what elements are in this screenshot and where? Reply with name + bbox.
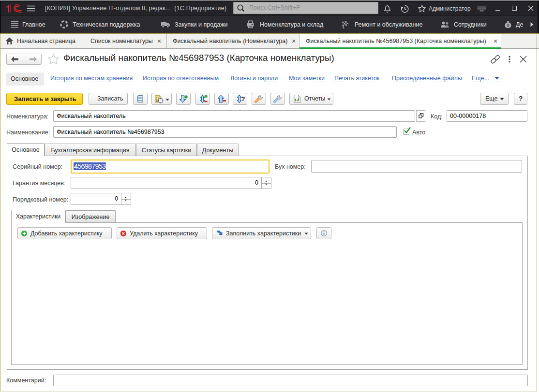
svg-text:s: s bbox=[507, 23, 509, 28]
svg-text:?: ? bbox=[241, 95, 245, 102]
